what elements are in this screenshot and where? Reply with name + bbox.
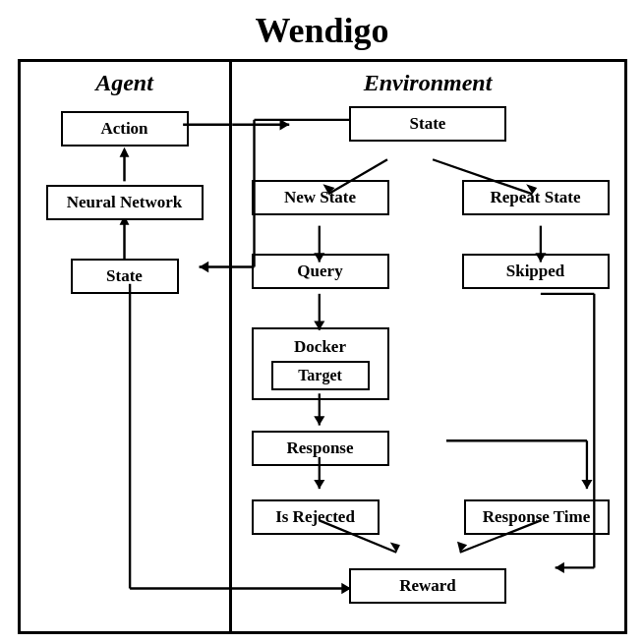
svg-marker-28	[581, 480, 592, 489]
env-response-time-box: Response Time	[464, 499, 610, 535]
svg-marker-15	[314, 480, 324, 489]
env-state-box: State	[349, 106, 506, 142]
env-title: Environment	[364, 70, 493, 96]
svg-marker-25	[555, 562, 563, 573]
env-repeat-state-box: Repeat State	[462, 180, 610, 215]
svg-marker-17	[389, 543, 399, 553]
agent-neural-network-box: Neural Network	[46, 185, 204, 220]
env-docker-label: Docker	[263, 337, 378, 357]
env-new-state-box: New State	[252, 180, 389, 215]
env-section: Environment State New State Repeat State	[232, 62, 624, 631]
agent-title: Agent	[95, 70, 153, 96]
env-response-box: Response	[252, 431, 389, 466]
env-query-box: Query	[252, 254, 389, 289]
svg-marker-13	[314, 416, 324, 425]
page: Wendigo Agent	[0, 0, 644, 644]
agent-state-box: State	[71, 259, 179, 294]
agent-action-box: Action	[61, 111, 189, 146]
env-reward-box: Reward	[349, 568, 506, 604]
page-title: Wendigo	[255, 10, 388, 51]
env-target-box: Target	[271, 361, 370, 390]
svg-marker-19	[457, 542, 467, 553]
env-is-rejected-box: Is Rejected	[252, 499, 380, 535]
main-container: Agent	[18, 59, 627, 634]
env-skipped-box: Skipped	[462, 254, 610, 289]
agent-section: Agent	[21, 62, 232, 631]
